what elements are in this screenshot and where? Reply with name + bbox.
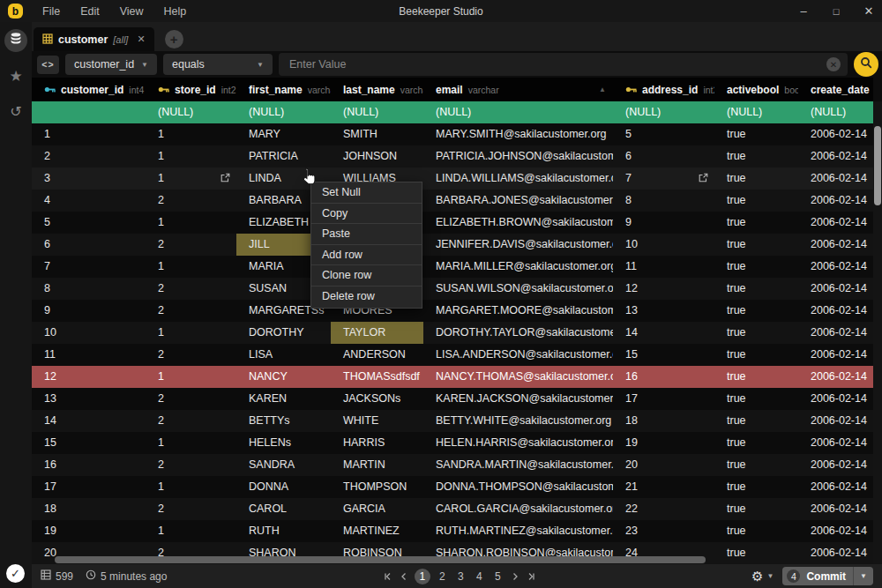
table-row[interactable]: 162SANDRAMARTINSANDRA.MARTIN@sakilacusto… [32, 454, 873, 476]
table-cell[interactable]: HELEN.HARRIS@sakilacustomer.org [423, 432, 613, 454]
table-cell[interactable]: HELENs [236, 432, 331, 454]
table-cell[interactable]: true [714, 212, 798, 234]
context-menu-item-delete-row[interactable]: Delete row [311, 287, 422, 308]
insert-row-cell[interactable]: (NULL) [613, 101, 714, 123]
table-cell[interactable]: true [714, 498, 798, 520]
menu-view[interactable]: View [120, 5, 144, 18]
table-cell[interactable]: 1 [146, 212, 236, 234]
table-cell[interactable]: true [714, 366, 798, 388]
commit-button[interactable]: 4 Commit ▼ [782, 567, 873, 585]
table-cell[interactable]: JENNIFER.DAVIS@sakilacustomer.org [423, 234, 613, 256]
refresh-time-group[interactable]: 5 minutes ago [86, 569, 167, 583]
table-cell[interactable]: 2 [146, 344, 236, 366]
table-row[interactable]: 121NANCYTHOMASsdfsdfNANCY.THOMAS@sakilac… [32, 366, 873, 388]
filter-value-input[interactable]: Enter Value ✕ [279, 53, 848, 76]
table-cell[interactable]: 8 [613, 190, 714, 212]
table-cell[interactable]: 8 [32, 278, 146, 300]
table-cell[interactable]: 2 [146, 300, 236, 322]
table-cell[interactable]: 23 [613, 520, 714, 542]
table-settings-button[interactable]: ⚙ ▼ [751, 569, 774, 584]
context-menu-item-paste[interactable]: Paste [311, 224, 422, 245]
table-row[interactable]: 132KARENJACKSONsKAREN.JACKSON@sakilacust… [32, 388, 873, 410]
vertical-scrollbar-thumb[interactable] [874, 126, 881, 205]
table-cell[interactable]: 1 [146, 256, 236, 278]
table-cell[interactable]: THOMPSON [331, 476, 423, 498]
table-cell[interactable]: CAROL.GARCIA@sakilacustomer.org [423, 498, 613, 520]
table-cell[interactable]: 2006-02-14 [798, 410, 873, 432]
insert-row-cell[interactable]: (NULL) [714, 101, 798, 123]
horizontal-scrollbar-thumb[interactable] [55, 556, 706, 563]
table-cell[interactable]: ANDERSON [331, 344, 423, 366]
page-button-4[interactable]: 4 [473, 570, 486, 583]
table-cell[interactable]: 2006-02-14 [798, 212, 873, 234]
table-cell[interactable]: KAREN.JACKSON@sakilacustomer.org [423, 388, 613, 410]
table-cell[interactable]: MARTINEZ [331, 520, 423, 542]
table-cell[interactable]: true [714, 256, 798, 278]
table-cell[interactable]: DOROTHY.TAYLOR@sakilacustomer.org [423, 322, 613, 344]
table-cell[interactable]: SANDRA.MARTIN@sakilacustomer.org [423, 454, 613, 476]
table-row[interactable]: 101DOROTHYTAYLORDOROTHY.TAYLOR@sakilacus… [32, 322, 873, 344]
filter-operator-select[interactable]: equals ▼ [163, 54, 273, 75]
table-cell[interactable]: 2006-02-14 [798, 278, 873, 300]
table-cell[interactable]: HARRIS [331, 432, 423, 454]
table-cell[interactable]: 2 [146, 388, 236, 410]
table-cell[interactable]: 1 [146, 432, 236, 454]
context-menu-item-add-row[interactable]: Add row [311, 245, 422, 266]
table-cell[interactable]: 11 [613, 256, 714, 278]
table-cell[interactable]: 1 [146, 366, 236, 388]
table-cell[interactable]: 2 [146, 234, 236, 256]
table-row[interactable]: 142BETTYsWHITEBETTY.WHITE@sakilacustomer… [32, 410, 873, 432]
minimize-button[interactable]: – [797, 4, 810, 18]
table-cell[interactable]: 19 [32, 520, 146, 542]
table-cell[interactable]: 7 [613, 167, 714, 190]
table-row[interactable]: 21PATRICIAJOHNSONPATRICIA.JOHNSON@sakila… [32, 145, 873, 167]
table-cell[interactable]: JOHNSON [331, 145, 423, 167]
table-cell[interactable]: 20 [613, 454, 714, 476]
table-cell[interactable]: TAYLOR [331, 322, 423, 344]
table-cell[interactable]: 2006-02-14 [798, 322, 873, 344]
table-cell[interactable]: true [714, 234, 798, 256]
table-cell[interactable]: 2006-02-14 [798, 256, 873, 278]
context-menu-item-clone-row[interactable]: Clone row [311, 265, 422, 287]
column-header-store_id[interactable]: store_idint2▲ [146, 78, 236, 101]
table-cell[interactable]: 2006-02-14 [798, 432, 873, 454]
insert-row-cell[interactable]: (NULL) [798, 101, 873, 123]
close-button[interactable]: ✕ [863, 4, 875, 18]
insert-row-cell[interactable] [32, 101, 146, 123]
table-cell[interactable]: SANDRA [236, 454, 331, 476]
table-cell[interactable]: true [714, 542, 798, 564]
table-cell[interactable]: THOMASsdfsdf [331, 366, 423, 388]
table-cell[interactable]: 18 [32, 498, 146, 520]
insert-row-cell[interactable]: (NULL) [146, 101, 236, 123]
table-row[interactable]: 151HELENsHARRISHELEN.HARRIS@sakilacustom… [32, 432, 873, 454]
table-cell[interactable]: 13 [32, 388, 146, 410]
open-foreign-key-icon[interactable] [220, 173, 230, 182]
table-cell[interactable]: RUTH.MARTINEZ@sakilacustomer.org [423, 520, 613, 542]
prev-page-button[interactable] [399, 571, 409, 582]
table-cell[interactable]: 2006-02-14 [798, 388, 873, 410]
table-cell[interactable]: true [714, 145, 798, 167]
table-cell[interactable]: 1 [32, 123, 146, 145]
column-header-customer_id[interactable]: customer_idint4▲ [32, 78, 146, 101]
table-cell[interactable]: true [714, 432, 798, 454]
table-cell[interactable]: DONNA.THOMPSON@sakilacustomer.org [423, 476, 613, 498]
table-cell[interactable]: true [714, 388, 798, 410]
open-foreign-key-icon[interactable] [699, 173, 708, 182]
table-row[interactable]: 31LINDAWILLIAMSLINDA.WILLIAMS@sakilacust… [32, 167, 873, 190]
table-cell[interactable]: 2 [146, 410, 236, 432]
insert-row-cell[interactable]: (NULL) [423, 101, 613, 123]
table-cell[interactable]: 2 [146, 190, 236, 212]
table-cell[interactable]: BARBARA.JONES@sakilacustomer.org [423, 190, 613, 212]
context-menu-item-set-null[interactable]: Set Null [311, 182, 422, 204]
table-row[interactable]: 182CAROLGARCIACAROL.GARCIA@sakilacustome… [32, 498, 873, 520]
first-page-button[interactable] [383, 571, 393, 582]
table-cell[interactable]: RUTH [236, 520, 331, 542]
table-cell[interactable]: 5 [32, 212, 146, 234]
table-cell[interactable]: true [714, 520, 798, 542]
table-row[interactable]: 51ELIZABETHBROWNELIZABETH.BROWN@sakilacu… [32, 212, 873, 234]
table-row[interactable]: 42BARBARAJONESBARBARA.JONES@sakilacustom… [32, 190, 873, 212]
insert-row-cell[interactable]: (NULL) [236, 101, 331, 123]
table-cell[interactable]: MARGARET.MOORE@sakilacustomer.org [423, 300, 613, 322]
table-row[interactable]: 191RUTHMARTINEZRUTH.MARTINEZ@sakilacusto… [32, 520, 873, 542]
tab-close-icon[interactable]: ✕ [137, 33, 145, 45]
